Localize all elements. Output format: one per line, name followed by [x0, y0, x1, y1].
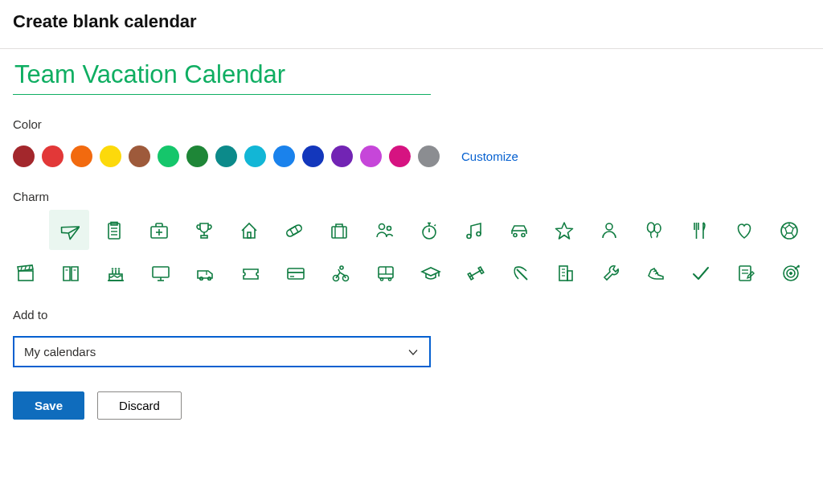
- charm-dumbbell[interactable]: [463, 260, 488, 285]
- charm-trophy[interactable]: [191, 218, 216, 243]
- color-swatch-magenta[interactable]: [360, 145, 382, 167]
- color-swatch-red[interactable]: [42, 145, 63, 167]
- charm-home[interactable]: [236, 218, 261, 243]
- charm-pickaxe[interactable]: [508, 260, 533, 285]
- color-swatch-teal[interactable]: [215, 145, 237, 167]
- color-swatch-blue[interactable]: [273, 145, 295, 167]
- charm-bus[interactable]: [373, 260, 398, 285]
- charm-stopwatch[interactable]: [416, 218, 441, 243]
- charm-utensils[interactable]: [686, 218, 711, 243]
- charm-building[interactable]: [553, 260, 578, 285]
- charm-car[interactable]: [506, 218, 531, 243]
- divider: [0, 48, 823, 49]
- charm-cyclist[interactable]: [328, 260, 353, 285]
- color-swatch-yellow[interactable]: [100, 145, 121, 167]
- charm-band-aid[interactable]: [281, 218, 306, 243]
- save-button[interactable]: Save: [13, 391, 84, 420]
- calendar-name-input[interactable]: [13, 59, 431, 95]
- charm-people[interactable]: [371, 218, 396, 243]
- charm-soccer[interactable]: [776, 218, 801, 243]
- charm-cake[interactable]: [103, 260, 128, 285]
- charm-running-shoe[interactable]: [643, 260, 668, 285]
- charm-balloons[interactable]: [641, 218, 666, 243]
- charm-ticket[interactable]: [238, 260, 263, 285]
- add-to-dropdown-value: My calendars: [24, 345, 96, 359]
- color-swatch-row: Customize: [13, 145, 810, 167]
- charm-van[interactable]: [193, 260, 218, 285]
- charm-monitor[interactable]: [148, 260, 173, 285]
- add-to-dropdown[interactable]: My calendars: [13, 336, 431, 367]
- section-label-color: Color: [13, 117, 810, 131]
- charm-notebook-edit[interactable]: [733, 260, 758, 285]
- charm-clapperboard[interactable]: [13, 260, 38, 285]
- charm-star[interactable]: [551, 218, 576, 243]
- charm-music[interactable]: [461, 218, 486, 243]
- charm-briefcase[interactable]: [326, 218, 351, 243]
- color-swatch-dark-red[interactable]: [13, 145, 35, 167]
- charm-row-1: [57, 218, 810, 243]
- color-swatch-orange[interactable]: [71, 145, 92, 167]
- color-swatch-bright-green[interactable]: [158, 145, 179, 167]
- color-swatch-pink[interactable]: [389, 145, 411, 167]
- color-swatch-grey[interactable]: [418, 145, 440, 167]
- color-swatch-green[interactable]: [186, 145, 208, 167]
- charm-heart[interactable]: [731, 218, 756, 243]
- charm-wrench[interactable]: [598, 260, 623, 285]
- color-swatch-purple[interactable]: [331, 145, 353, 167]
- charm-person[interactable]: [596, 218, 621, 243]
- color-swatch-brown[interactable]: [129, 145, 150, 167]
- charm-airplane[interactable]: [49, 210, 89, 250]
- charm-target[interactable]: [778, 260, 803, 285]
- charm-first-aid[interactable]: [146, 218, 171, 243]
- charm-graduation[interactable]: [418, 260, 443, 285]
- color-swatch-cyan[interactable]: [244, 145, 266, 167]
- charm-row-2: [13, 260, 810, 285]
- chevron-down-icon: [407, 346, 420, 359]
- customize-color-button[interactable]: Customize: [461, 150, 518, 163]
- charm-clipboard[interactable]: [101, 218, 126, 243]
- charm-book[interactable]: [58, 260, 83, 285]
- section-label-addto: Add to: [13, 308, 810, 322]
- section-label-charm: Charm: [13, 190, 810, 203]
- charm-checkmark[interactable]: [688, 260, 713, 285]
- page-title: Create blank calendar: [0, 0, 823, 48]
- color-swatch-navy[interactable]: [302, 145, 324, 167]
- discard-button[interactable]: Discard: [97, 391, 182, 420]
- charm-credit-card[interactable]: [283, 260, 308, 285]
